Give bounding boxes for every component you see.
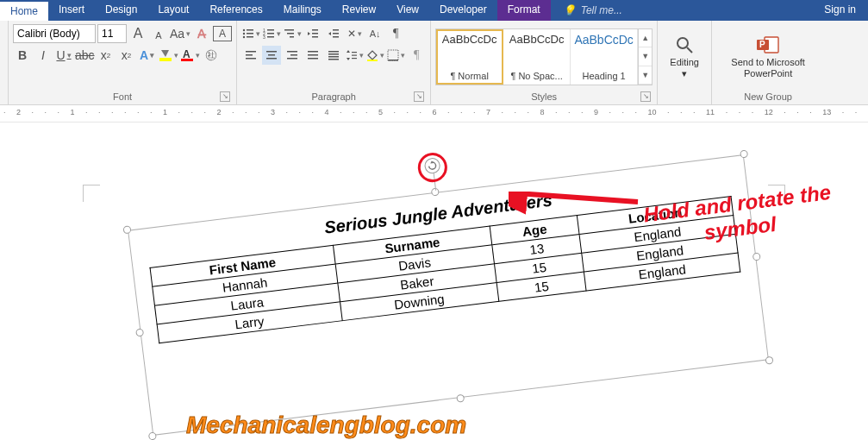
svg-rect-33 (308, 51, 318, 53)
svg-text:A: A (183, 48, 190, 60)
text-box[interactable]: Serious Jungle Adventurers First Name Su… (128, 154, 769, 436)
send-to-powerpoint-button[interactable]: P Send to Microsoft PowerPoint (716, 28, 820, 85)
shrink-font-button[interactable]: A (149, 26, 168, 45)
borders-icon (387, 49, 399, 61)
styles-scroll[interactable]: ▲ ▼ ▼ (638, 29, 652, 85)
grow-font-button[interactable]: A (128, 24, 147, 43)
underline-button[interactable]: U (54, 46, 73, 65)
resize-handle-mr[interactable] (752, 253, 761, 261)
style-no-spacing[interactable]: AaBbCcDc ¶ No Spac... (503, 29, 571, 85)
tab-design[interactable]: Design (95, 0, 147, 21)
styles-group: AaBbCcDc ¶ Normal AaBbCcDc ¶ No Spac... … (431, 21, 658, 104)
rotate-handle[interactable] (424, 157, 441, 174)
asian-layout-button[interactable]: ✕ (345, 24, 364, 43)
italic-button[interactable]: I (34, 46, 53, 65)
font-dialog-launcher[interactable]: ↘ (220, 91, 230, 102)
ribbon: A A Aa A̶ A B I U abc x2 x2 A A ㊓ (0, 21, 868, 105)
svg-rect-10 (267, 29, 274, 31)
tab-home[interactable]: Home (0, 0, 48, 21)
svg-point-3 (242, 29, 244, 31)
tell-me-placeholder: Tell me... (581, 4, 622, 16)
tab-layout[interactable]: Layout (147, 0, 199, 21)
paragraph-dialog-launcher[interactable]: ↘ (414, 91, 424, 102)
show-paragraph-marks-alt[interactable]: ¶ (407, 46, 426, 65)
highlight-button[interactable] (159, 46, 178, 65)
tab-view[interactable]: View (386, 0, 429, 21)
bold-button[interactable]: B (13, 46, 32, 65)
document-area[interactable]: Serious Jungle Adventurers First Name Su… (0, 123, 868, 440)
sign-in-link[interactable]: Sign in (812, 0, 868, 21)
numbering-button[interactable]: 123 (262, 24, 281, 43)
svg-rect-27 (266, 51, 277, 53)
svg-rect-12 (267, 33, 274, 35)
subscript-button[interactable]: x2 (97, 46, 116, 65)
ruler-marks: · 2 · · · 1 · · · · · · 1 · · · 2 · · · … (3, 108, 868, 116)
tab-format[interactable]: Format (497, 0, 551, 21)
svg-rect-39 (328, 59, 339, 60)
tab-review[interactable]: Review (332, 0, 386, 21)
superscript-button[interactable]: x2 (117, 46, 136, 65)
svg-rect-35 (308, 58, 318, 60)
svg-rect-29 (266, 58, 277, 60)
svg-rect-42 (352, 58, 357, 59)
font-size-combo[interactable] (97, 24, 127, 43)
new-group: P Send to Microsoft PowerPoint New Group (712, 21, 824, 104)
align-left-button[interactable] (241, 46, 260, 65)
styles-expand[interactable]: ▼ (639, 66, 652, 85)
horizontal-ruler[interactable]: · 2 · · · 1 · · · · · · 1 · · · 2 · · · … (0, 105, 868, 123)
styles-dialog-launcher[interactable]: ↘ (640, 91, 651, 102)
font-color-button[interactable]: A (180, 46, 200, 65)
tab-mailings[interactable]: Mailings (273, 0, 332, 21)
styles-scroll-down[interactable]: ▼ (639, 47, 652, 66)
strikethrough-button[interactable]: abc (75, 46, 95, 65)
bullets-button[interactable] (241, 24, 260, 43)
resize-handle-bc[interactable] (456, 394, 465, 403)
style-name: Heading 1 (583, 71, 626, 81)
show-hide-marks-button[interactable]: ¶ (386, 24, 405, 43)
paint-bucket-icon (366, 49, 378, 61)
resize-handle-br[interactable] (765, 356, 773, 365)
text-effects-button[interactable]: A (138, 46, 157, 65)
svg-rect-22 (333, 33, 339, 35)
style-normal[interactable]: AaBbCcDc ¶ Normal (436, 29, 503, 85)
decrease-indent-button[interactable] (303, 24, 322, 43)
borders-button[interactable] (386, 46, 405, 65)
resize-handle-tr[interactable] (740, 149, 748, 158)
svg-rect-26 (246, 58, 256, 60)
tab-insert[interactable]: Insert (48, 0, 95, 21)
rotate-icon (427, 160, 438, 171)
svg-rect-31 (290, 54, 297, 56)
sort-button[interactable]: A↓ (365, 24, 384, 43)
align-center-button[interactable] (262, 46, 281, 65)
svg-rect-8 (247, 36, 253, 38)
tab-developer[interactable]: Developer (429, 0, 497, 21)
paragraph-group: 123 ✕ A↓ ¶ (237, 21, 431, 104)
shading-button[interactable] (365, 46, 384, 65)
line-spacing-button[interactable] (345, 46, 364, 65)
multilevel-list-button[interactable] (283, 24, 302, 43)
send-to-powerpoint-label: Send to Microsoft PowerPoint (731, 57, 805, 79)
distributed-button[interactable] (324, 46, 343, 65)
multilevel-icon (284, 28, 296, 40)
line-spacing-icon (346, 49, 358, 61)
increase-indent-button[interactable] (324, 24, 343, 43)
style-heading-1[interactable]: AaBbCcDc Heading 1 (571, 29, 638, 85)
font-name-combo[interactable] (13, 24, 96, 43)
align-right-button[interactable] (283, 46, 302, 65)
justify-button[interactable] (303, 46, 322, 65)
page-corner-icon (83, 185, 100, 202)
font-group: A A Aa A̶ A B I U abc x2 x2 A A ㊓ (9, 21, 237, 104)
enclose-characters-button[interactable]: ㊓ (202, 46, 221, 65)
editing-button[interactable]: Editing▾ (662, 28, 707, 85)
svg-rect-43 (367, 60, 378, 61)
styles-gallery[interactable]: AaBbCcDc ¶ Normal AaBbCcDc ¶ No Spac... … (435, 28, 653, 85)
tab-references[interactable]: References (199, 0, 272, 21)
editing-group-label (662, 90, 707, 104)
styles-scroll-up[interactable]: ▲ (639, 29, 652, 47)
resize-handle-bl[interactable] (148, 432, 157, 440)
character-border-button[interactable]: A (213, 26, 232, 41)
tell-me-search[interactable]: 💡 Tell me... (551, 0, 634, 21)
clear-formatting-button[interactable]: A̶ (192, 24, 211, 43)
change-case-button[interactable]: Aa (170, 24, 190, 43)
indent-icon (328, 28, 340, 40)
